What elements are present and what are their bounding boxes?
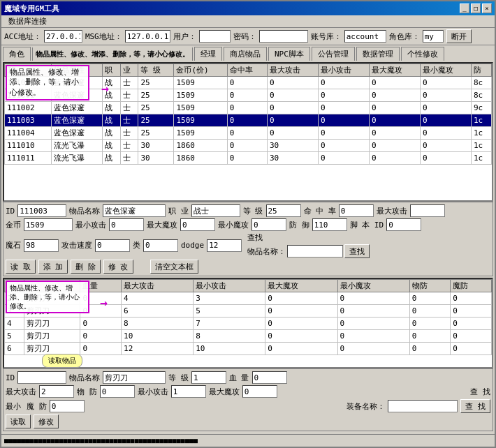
equip-minatk-input[interactable] bbox=[171, 385, 206, 398]
equip-level-label: 等 级 bbox=[168, 373, 189, 383]
col-minatk: 最小攻击 bbox=[318, 64, 369, 77]
equip-name-input[interactable] bbox=[103, 371, 166, 384]
type-input[interactable] bbox=[143, 239, 178, 252]
foot-input[interactable] bbox=[386, 218, 421, 231]
tab-shop[interactable]: 商店物品 bbox=[224, 47, 267, 61]
table-row[interactable]: 111011流光飞瀑战士3018600300001c bbox=[5, 152, 492, 165]
disconnect-button[interactable]: 断开 bbox=[446, 29, 472, 43]
equip-maxatk-input[interactable] bbox=[39, 385, 74, 398]
table-row[interactable]: 5剪刃刀01080000 bbox=[5, 330, 492, 343]
tab-items[interactable]: 物品属性、修改、增添、删除，等，请小心修改。 bbox=[32, 47, 193, 61]
tab-data[interactable]: 数据管理 bbox=[356, 47, 400, 61]
level-label: 等 级 bbox=[243, 206, 263, 216]
id-input[interactable] bbox=[17, 204, 66, 217]
speed-input[interactable] bbox=[95, 239, 130, 252]
equip-search-input[interactable] bbox=[388, 400, 458, 412]
acc-input[interactable] bbox=[44, 30, 82, 43]
maxatk-input[interactable] bbox=[410, 204, 445, 217]
col-id: ID bbox=[5, 64, 52, 77]
tab-manager[interactable]: 经理 bbox=[194, 47, 222, 61]
col-minmatk: 最小魔攻 bbox=[420, 64, 471, 77]
account-input[interactable] bbox=[344, 30, 386, 43]
clear-text-button[interactable]: 清空文本框 bbox=[150, 260, 198, 274]
table-row[interactable]: 4剪刃刀0870000 bbox=[5, 318, 492, 330]
menu-bar: 数据库连接 bbox=[1, 15, 495, 28]
tab-npc[interactable]: NPC脚本 bbox=[268, 47, 310, 61]
bcol-maxatk: 最大攻击 bbox=[122, 280, 194, 292]
equip-maxmatk-input[interactable] bbox=[242, 385, 277, 398]
moshi-input[interactable] bbox=[24, 239, 59, 252]
minmatk-input[interactable] bbox=[251, 218, 286, 231]
table-row[interactable]: 6剪刃刀012100000 bbox=[5, 343, 492, 355]
equip-id-input[interactable] bbox=[17, 371, 66, 384]
db-connection-bar: ACC地址： MSG地址： 用户： 密码： 账号库： 角色库： 断开 bbox=[1, 28, 495, 45]
dodge-input[interactable] bbox=[207, 239, 242, 252]
user-input[interactable] bbox=[199, 30, 231, 43]
def-input[interactable] bbox=[312, 218, 347, 231]
main-window: 魔域专用GM工具 _ □ × 数据库连接 ACC地址： MSG地址： 用户： 密… bbox=[0, 0, 496, 448]
maxmatk-input[interactable] bbox=[180, 218, 215, 231]
table-row[interactable]: 111001蓝色深邃战士251509000008c bbox=[5, 89, 492, 102]
msg-input[interactable] bbox=[125, 30, 170, 43]
equip-search-button[interactable]: 查 找 bbox=[460, 399, 490, 413]
col-gold: 金币(价) bbox=[174, 64, 227, 77]
bcol-minmatk: 最小魔攻 bbox=[337, 280, 409, 292]
pwd-label: 密码： bbox=[233, 31, 256, 42]
col-maxatk: 最大攻击 bbox=[267, 64, 318, 77]
equip-read-button[interactable]: 读取 bbox=[6, 415, 31, 428]
hit-input[interactable] bbox=[339, 204, 374, 217]
read-item-button[interactable]: 读 取 bbox=[6, 260, 36, 274]
minatk-input[interactable] bbox=[109, 218, 144, 231]
search-name-input[interactable] bbox=[287, 245, 343, 257]
add-item-button[interactable]: 添 加 bbox=[38, 260, 68, 274]
table-row[interactable]: 111002蓝色深邃战士251509000009c bbox=[5, 102, 492, 114]
pwd-input[interactable] bbox=[259, 30, 308, 43]
acc-label: ACC地址： bbox=[4, 31, 41, 42]
equip-hp-input[interactable] bbox=[252, 371, 287, 384]
bcol-name bbox=[24, 280, 80, 292]
name-label: 物品名称 bbox=[69, 206, 100, 216]
gold-label: 金币 bbox=[6, 220, 21, 230]
bcol-id bbox=[5, 280, 24, 292]
item-form: ID 物品名称 职 业 等 级 命 中 率 最大攻击 金币 最小攻击 最大魔攻 bbox=[3, 202, 493, 276]
name-input[interactable] bbox=[103, 204, 166, 217]
gold-input[interactable] bbox=[24, 218, 73, 231]
search-label: 查找 bbox=[247, 232, 370, 243]
table-row[interactable]: 111010流光飞瀑战士3018600300001c bbox=[5, 140, 492, 152]
tab-notice[interactable]: 公告管理 bbox=[312, 47, 355, 61]
role-input[interactable] bbox=[423, 30, 444, 43]
status-bar: ■■■■■■■■■■■■■■■■■■■■■■■■■■■■■■■■■■■■■■■■… bbox=[1, 434, 495, 447]
bcol-mdef: 魔防 bbox=[451, 280, 492, 292]
modify-item-button[interactable]: 修 改 bbox=[103, 260, 133, 274]
table-row[interactable]: 111004蓝色深邃战士251509000001c bbox=[5, 127, 492, 140]
table-row[interactable]: 2剪刃刀0430000 bbox=[5, 292, 492, 305]
tab-bar: 角色 物品属性、修改、增添、删除，等，请小心修改。 经理 商店物品 NPC脚本 … bbox=[3, 47, 493, 61]
table-row[interactable]: 111003蓝色深邃战士251509000001c bbox=[5, 114, 492, 127]
equip-level-input[interactable] bbox=[191, 371, 226, 384]
minimize-button[interactable]: _ bbox=[460, 3, 469, 13]
tab-personal[interactable]: 个性修改 bbox=[401, 47, 444, 61]
equip-pdef-input[interactable] bbox=[100, 385, 135, 398]
maximize-button[interactable]: □ bbox=[471, 3, 481, 13]
equip-mdef-input[interactable] bbox=[50, 400, 85, 412]
equip-search-label: 查 找 bbox=[470, 387, 490, 397]
top-table-wrapper[interactable]: ID 物品属性 职 业 等 级 金币(价) 命中率 最大攻击 最小攻击 最大魔攻… bbox=[4, 64, 492, 200]
col-job2: 业 bbox=[120, 64, 138, 77]
table-row[interactable]: 3剪刃刀0650000 bbox=[5, 305, 492, 318]
close-button[interactable]: × bbox=[482, 3, 492, 13]
del-item-button[interactable]: 删 除 bbox=[71, 260, 101, 274]
hit-label: 命 中 率 bbox=[304, 206, 336, 216]
table-row[interactable]: 111000蓝色深邃战士251509000008c bbox=[5, 77, 492, 89]
top-table-section: 物品属性、修改、增添、删除，等，请小心修改。 → ID 物品属性 职 业 等 级… bbox=[3, 62, 493, 202]
role-label: 角色库： bbox=[389, 31, 420, 42]
search-items-button[interactable]: 查找 bbox=[344, 244, 370, 258]
tab-role[interactable]: 角色 bbox=[3, 47, 31, 61]
dodge-label: dodge bbox=[181, 241, 204, 250]
maxmatk-label: 最大魔攻 bbox=[147, 220, 177, 230]
job-input[interactable] bbox=[191, 204, 240, 217]
equip-hp-label: 血 量 bbox=[229, 373, 249, 383]
level-input[interactable] bbox=[266, 204, 301, 217]
menu-db[interactable]: 数据库连接 bbox=[4, 15, 51, 28]
equip-modify-button[interactable]: 修改 bbox=[34, 415, 59, 428]
bcol-minatk: 最小攻击 bbox=[194, 280, 265, 292]
